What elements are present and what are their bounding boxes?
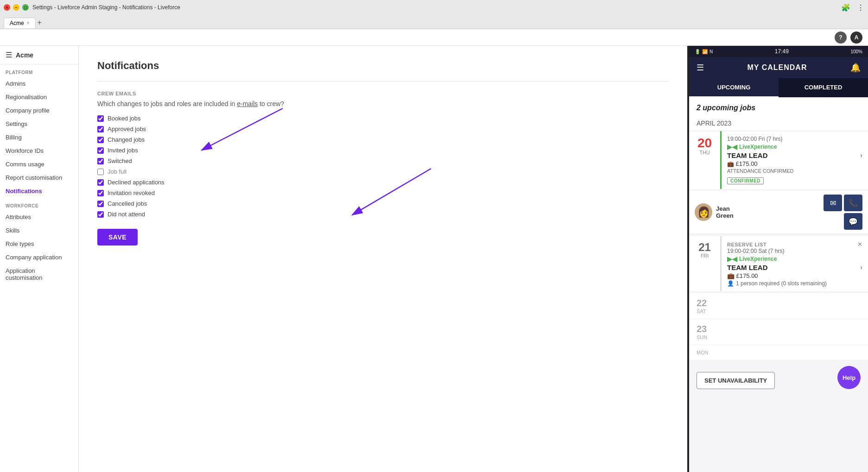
job-arrow-20[interactable]: › [860,151,862,159]
checkbox-cancelled-jobs[interactable]: Cancelled jobs [97,200,669,207]
checkbox-approved-jobs-input[interactable] [97,126,104,132]
upcoming-label: 2 upcoming jobs [689,97,868,116]
job-arrow-21[interactable]: › [860,264,862,271]
checkbox-invitation-revoked[interactable]: Invitation revoked [97,189,669,196]
job-date-col-21: 21 FRI [689,236,722,291]
browser-tab[interactable]: Acme × [4,18,36,28]
sidebar-item-role-types[interactable]: Role types [0,237,78,251]
platform-section-label: PLATFORM [0,64,78,77]
email-button-20[interactable]: ✉ [824,195,842,211]
avatar-image: 👩 [697,206,710,218]
tab-completed[interactable]: COMPLETED [779,78,868,97]
mobile-status-bar: 🔋📶N 17:49 100% [689,46,868,57]
persons-required-21: 👤 1 person required (0 slots remaining) [727,280,862,287]
day-num-22: 22 [697,298,707,308]
checkbox-job-full-input[interactable] [97,169,104,175]
checkbox-booked-jobs-input[interactable] [97,115,104,122]
day-name-sat: SAT [697,308,707,314]
help-fab-button[interactable]: Help [837,366,861,389]
day-num-23: 23 [697,324,707,334]
browser-chrome: × − □ Settings - Liveforce Admin Staging… [0,0,868,29]
help-icon[interactable]: ? [835,31,847,44]
menu-icon[interactable]: ⋮ [857,3,864,12]
job-pay-21: 💼 £175.00 [727,272,862,279]
sidebar-item-skills[interactable]: Skills [0,224,78,237]
mobile-bell-icon[interactable]: 🔔 [850,63,861,73]
confirmed-badge-20: CONFIRMED [727,177,764,184]
checkbox-did-not-attend[interactable]: Did not attend [97,211,669,218]
browser-titlebar: × − □ Settings - Liveforce Admin Staging… [0,0,868,15]
checkbox-changed-jobs[interactable]: Changed jobs [97,136,669,143]
sidebar-item-regionalisation[interactable]: Regionalisation [0,90,78,104]
job-day-name-thu: THU [699,150,710,155]
sidebar-item-notifications[interactable]: Notifications [0,184,78,198]
checkbox-invitation-revoked-input[interactable] [97,190,104,196]
checkbox-invited-jobs[interactable]: Invited jobs [97,147,669,154]
sidebar: ☰ Acme PLATFORM Admins Regionalisation C… [0,46,79,472]
message-icon: 💬 [849,217,858,226]
job-time-20: 19:00-02:00 Fri (7 hrs) [727,136,862,142]
job-day-name-fri: FRI [701,253,709,258]
sidebar-item-billing[interactable]: Billing [0,131,78,144]
checkbox-approved-jobs[interactable]: Approved jobs [97,126,669,132]
checkbox-job-full[interactable]: Job full [97,168,669,175]
sidebar-item-admins[interactable]: Admins [0,77,78,90]
set-unavailability-button[interactable]: SET UNAVAILABILITY [697,372,775,389]
pay-icon-21: 💼 [727,272,735,279]
checkbox-switched[interactable]: Switched [97,157,669,164]
job-company-20: ▶◀ LiveXperience [727,143,862,151]
new-tab-button[interactable]: + [38,19,42,27]
job-role-20[interactable]: TEAM LEAD › [727,151,862,159]
browser-close-button[interactable]: × [4,4,10,11]
person-name-20: JeanGreen [716,205,734,219]
day-row-23: 23 SUN [689,319,868,345]
message-button-20[interactable]: 💬 [844,213,862,230]
section-subtitle: Which changes to jobs and roles are incl… [97,100,669,107]
mobile-menu-icon[interactable]: ☰ [697,63,704,73]
checkbox-invited-jobs-input[interactable] [97,147,104,154]
phone-button-20[interactable]: 📞 [844,195,862,211]
job-company-21: ▶◀ LiveXperience [727,255,862,263]
job-day-num-21: 21 [698,242,711,253]
sidebar-item-company-application[interactable]: Company application [0,251,78,264]
tab-upcoming[interactable]: UPCOMING [689,78,779,97]
checkbox-booked-jobs[interactable]: Booked jobs [97,115,669,122]
job-bottom-20: 👩 JeanGreen ✉ 📞 💬 [689,191,868,234]
checkbox-cancelled-jobs-input[interactable] [97,201,104,207]
reserve-close-button[interactable]: ✕ [857,241,862,248]
phone-icon: 📞 [849,199,858,208]
job-company-name-21: LiveXperience [739,256,777,262]
status-bar-battery: 100% [850,49,862,54]
browser-min-button[interactable]: − [13,4,19,11]
browser-max-button[interactable]: □ [22,4,29,11]
hamburger-icon[interactable]: ☰ [6,50,12,59]
job-pay-20: 💼 £175.00 [727,160,862,167]
person-info-20: 👩 JeanGreen [695,203,734,221]
sidebar-item-company-profile[interactable]: Company profile [0,104,78,117]
status-bar-time: 17:49 [775,48,789,55]
checkbox-changed-jobs-input[interactable] [97,137,104,143]
sidebar-item-attributes[interactable]: Attributes [0,210,78,224]
mobile-header: ☰ MY CALENDAR 🔔 [689,57,868,78]
day-name-sun: SUN [697,334,707,340]
sidebar-item-comms-usage[interactable]: Comms usage [0,157,78,171]
extension-icon[interactable]: 🧩 [841,3,850,12]
job-role-21[interactable]: TEAM LEAD › [727,264,862,271]
sidebar-item-report-customisation[interactable]: Report customisation [0,171,78,184]
save-button[interactable]: SAVE [97,229,138,245]
account-icon[interactable]: A [850,31,862,44]
checkbox-declined-applications-input[interactable] [97,179,104,186]
checkbox-switched-input[interactable] [97,158,104,164]
checkbox-did-not-attend-input[interactable] [97,211,104,218]
browser-controls: × − □ [4,4,29,11]
sidebar-item-application-customisation[interactable]: Application customisation [0,264,78,284]
mobile-calendar-title: MY CALENDAR [748,63,807,72]
sidebar-item-settings[interactable]: Settings [0,117,78,131]
job-time-21: 19:00-02:00 Sat (7 hrs) [727,248,862,254]
sidebar-item-workforce-ids[interactable]: Workforce IDs [0,144,78,157]
mobile-panel: 🔋📶N 17:49 100% ☰ MY CALENDAR 🔔 UPCOMING … [687,46,868,472]
checkbox-declined-applications[interactable]: Declined applications [97,179,669,186]
tab-close-button[interactable]: × [27,20,30,25]
live-x-logo-21: ▶◀ [727,255,737,263]
section-label: CREW EMAILS [97,91,669,96]
